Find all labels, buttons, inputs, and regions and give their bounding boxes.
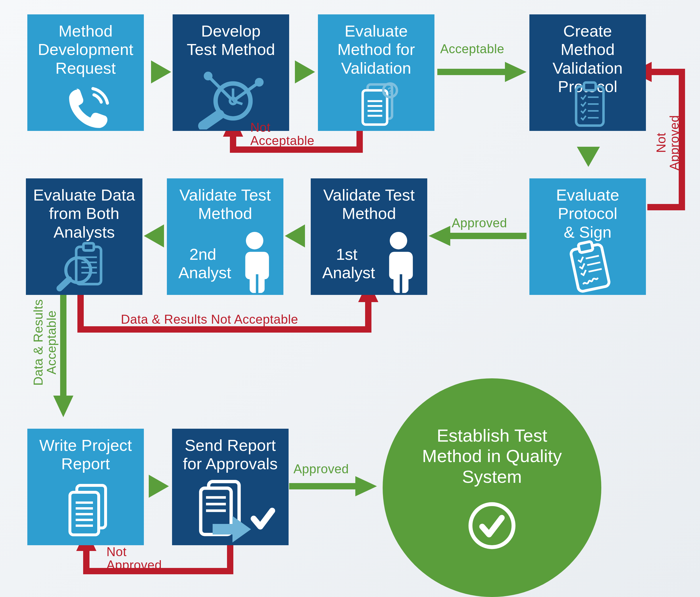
node-label: Write Project Report bbox=[32, 436, 139, 473]
node-evaluate-data-analysts: Evaluate Data from Both Analysts bbox=[26, 178, 143, 295]
svg-rect-50 bbox=[83, 243, 94, 250]
clipboard-magnify-icon bbox=[55, 242, 112, 294]
label-not-approved-2: NotApproved bbox=[106, 545, 162, 572]
svg-point-69 bbox=[470, 504, 514, 547]
svg-rect-37 bbox=[584, 82, 596, 90]
clipboard-sign-icon bbox=[559, 239, 620, 295]
svg-marker-14 bbox=[149, 475, 169, 498]
svg-line-56 bbox=[59, 279, 69, 288]
svg-line-44 bbox=[586, 256, 599, 259]
node-label: Send Report for Approvals bbox=[177, 436, 283, 473]
check-circle-icon bbox=[468, 501, 517, 550]
label-acceptable: Acceptable bbox=[440, 42, 504, 56]
node-label: Validate Test Method bbox=[316, 186, 422, 223]
node-label: Develop Test Method bbox=[178, 22, 284, 59]
svg-marker-16 bbox=[355, 476, 377, 496]
label-not-acceptable: NotAcceptable bbox=[250, 121, 315, 147]
documents-icon bbox=[62, 480, 114, 541]
node-sublabel: 1stAnalyst bbox=[322, 245, 371, 282]
svg-line-19 bbox=[203, 115, 219, 126]
label-data-acceptable: Data & ResultsAcceptable bbox=[32, 299, 58, 385]
svg-rect-36 bbox=[576, 86, 603, 125]
document-send-icon bbox=[189, 478, 276, 544]
svg-point-47 bbox=[390, 232, 407, 249]
label-not-approved: NotApproved bbox=[654, 115, 681, 170]
svg-marker-1 bbox=[295, 60, 315, 83]
node-label: Evaluate Protocol & Sign bbox=[534, 186, 641, 241]
svg-marker-9 bbox=[285, 224, 305, 247]
node-validate-2nd-analyst: Validate Test Method 2ndAnalyst bbox=[167, 178, 283, 295]
node-method-development-request: Method Development Request bbox=[27, 15, 144, 131]
label-approved: Approved bbox=[452, 216, 507, 230]
node-sublabel: 2ndAnalyst bbox=[178, 245, 227, 282]
svg-marker-4 bbox=[577, 147, 600, 167]
label-approved-2: Approved bbox=[294, 462, 349, 476]
node-create-validation-protocol: Create Method Validation Protocol bbox=[529, 15, 646, 131]
svg-marker-3 bbox=[505, 62, 526, 82]
svg-rect-29 bbox=[363, 90, 387, 125]
svg-point-48 bbox=[246, 232, 264, 249]
node-develop-test-method: Develop Test Method bbox=[173, 15, 289, 131]
node-write-project-report: Write Project Report bbox=[27, 429, 144, 545]
svg-text:?: ? bbox=[387, 86, 393, 96]
svg-line-46 bbox=[589, 269, 602, 272]
svg-marker-10 bbox=[144, 224, 164, 247]
clipboard-check-icon bbox=[570, 80, 610, 129]
svg-rect-43 bbox=[578, 241, 593, 253]
phone-icon bbox=[62, 83, 114, 135]
svg-marker-0 bbox=[151, 60, 171, 83]
node-label: Method Development Request bbox=[32, 22, 139, 77]
svg-line-23 bbox=[208, 76, 233, 101]
svg-marker-13 bbox=[53, 396, 73, 417]
person-icon bbox=[380, 230, 417, 294]
svg-marker-8 bbox=[429, 226, 450, 246]
svg-line-45 bbox=[587, 263, 600, 265]
node-establish-quality-system: Establish Test Method in Quality System bbox=[383, 378, 601, 597]
person-icon bbox=[236, 230, 273, 294]
analysis-icon bbox=[196, 66, 271, 129]
flow-diagram: Method Development Request Develop Test … bbox=[0, 0, 700, 597]
node-evaluate-protocol-sign: Evaluate Protocol & Sign bbox=[529, 178, 646, 295]
node-evaluate-method-validation: Evaluate Method for Validation ? bbox=[318, 15, 434, 131]
node-send-report-approvals: Send Report for Approvals bbox=[172, 429, 289, 545]
node-validate-1st-analyst: Validate Test Method 1stAnalyst bbox=[311, 178, 427, 295]
label-data-not-acceptable: Data & Results Not Acceptable bbox=[121, 312, 298, 327]
node-label: Validate Test Method bbox=[172, 186, 278, 223]
node-label: Evaluate Data from Both Analysts bbox=[31, 186, 137, 241]
node-label: Establish Test Method in Quality System bbox=[422, 425, 562, 487]
node-label: Evaluate Method for Validation bbox=[323, 22, 429, 77]
document-question-icon: ? bbox=[352, 80, 404, 129]
